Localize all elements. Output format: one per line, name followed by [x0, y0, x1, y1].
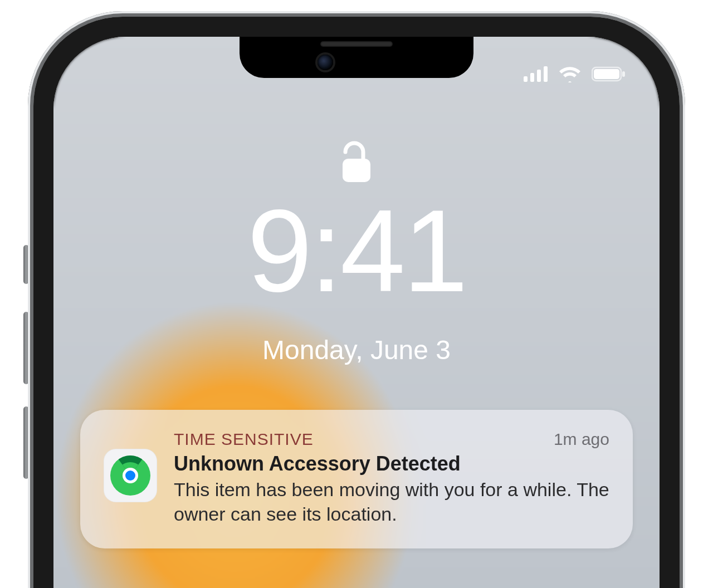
svg-point-12: [125, 471, 135, 481]
svg-rect-6: [622, 71, 625, 77]
wifi-icon: [558, 66, 582, 82]
find-my-icon: [104, 449, 157, 502]
notification-message: This item has been moving with you for a…: [174, 478, 609, 526]
lockscreen-date: Monday, June 3: [53, 335, 660, 365]
svg-rect-1: [530, 73, 534, 82]
svg-rect-0: [524, 76, 528, 82]
notification-card[interactable]: TIME SENSITIVE 1m ago Unknown Accessory …: [80, 410, 633, 548]
svg-rect-2: [537, 70, 541, 82]
unlock-icon: [339, 140, 374, 184]
notification-tag: TIME SENSITIVE: [174, 430, 314, 449]
status-bar: [524, 66, 626, 82]
phone-frame: 9:41 Monday, June 3: [28, 11, 685, 588]
lockscreen-time: 9:41: [53, 193, 660, 310]
cellular-signal-icon: [524, 66, 548, 82]
svg-rect-3: [544, 66, 548, 82]
notification-title: Unknown Accessory Detected: [174, 452, 609, 476]
iphone-lockscreen-mockup: 9:41 Monday, June 3: [0, 0, 713, 588]
battery-icon: [592, 66, 626, 82]
lock-screen[interactable]: 9:41 Monday, June 3: [53, 37, 660, 588]
earpiece-speaker: [320, 41, 393, 47]
notification-timestamp: 1m ago: [554, 430, 609, 449]
notch: [240, 37, 473, 78]
svg-rect-7: [343, 159, 370, 182]
front-camera: [318, 55, 333, 70]
svg-rect-5: [594, 69, 619, 79]
